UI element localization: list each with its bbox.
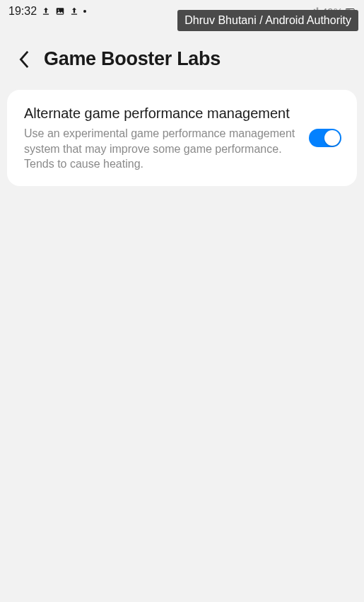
status-left: 19:32 (8, 5, 86, 18)
toggle-switch[interactable] (309, 129, 341, 147)
status-time: 19:32 (8, 5, 37, 18)
page-title: Game Booster Labs (44, 48, 221, 70)
setting-alternate-performance[interactable]: Alternate game performance management Us… (7, 90, 357, 186)
upload-icon (41, 6, 51, 16)
back-button[interactable] (18, 50, 31, 69)
more-dot-icon (83, 10, 86, 13)
toggle-thumb (324, 130, 340, 146)
picture-icon (55, 6, 65, 16)
setting-title: Alternate game performance management (24, 104, 298, 123)
header: Game Booster Labs (0, 23, 364, 87)
upload-icon-2 (69, 6, 79, 16)
setting-content: Alternate game performance management Us… (24, 104, 298, 172)
watermark-badge: Dhruv Bhutani / Android Authority (177, 10, 358, 31)
setting-description: Use an experimental game performance man… (24, 126, 298, 172)
svg-point-1 (58, 9, 59, 11)
